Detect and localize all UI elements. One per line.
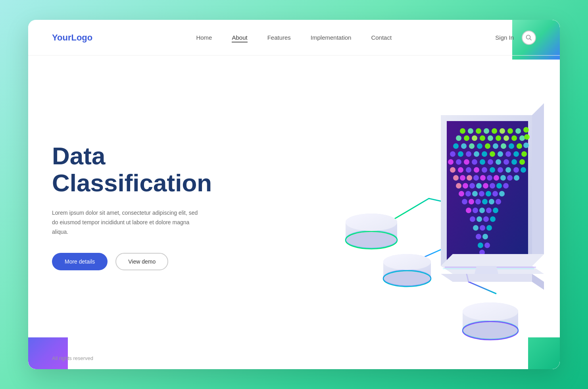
- nav-item-implementation[interactable]: Implementation: [311, 34, 352, 41]
- svg-point-43: [490, 151, 495, 157]
- view-demo-button[interactable]: View demo: [115, 253, 168, 270]
- svg-point-10: [468, 128, 473, 134]
- svg-point-33: [493, 143, 498, 149]
- svg-point-89: [479, 191, 484, 196]
- svg-point-58: [450, 167, 455, 173]
- svg-point-44: [498, 151, 503, 157]
- svg-point-110: [486, 225, 492, 231]
- footer-text: All rights reserved: [52, 355, 93, 361]
- svg-marker-117: [441, 254, 544, 266]
- svg-point-79: [463, 183, 468, 189]
- svg-point-53: [488, 159, 493, 165]
- svg-point-63: [490, 167, 495, 173]
- svg-point-91: [492, 191, 498, 196]
- svg-point-54: [496, 159, 501, 165]
- svg-point-50: [464, 159, 469, 165]
- svg-point-107: [490, 216, 496, 222]
- nav-item-features[interactable]: Features: [267, 34, 291, 41]
- svg-point-38: [450, 151, 455, 157]
- logo: YourLogo: [52, 33, 92, 43]
- svg-point-46: [513, 151, 519, 157]
- svg-point-12: [484, 128, 489, 134]
- svg-point-66: [513, 167, 519, 173]
- hero-buttons: More details View demo: [52, 253, 212, 270]
- svg-point-86: [459, 191, 464, 196]
- nav-item-about[interactable]: About: [232, 34, 247, 41]
- more-details-button[interactable]: More details: [52, 253, 108, 270]
- svg-point-112: [482, 234, 488, 239]
- svg-point-17: [523, 127, 529, 133]
- svg-point-39: [458, 151, 463, 157]
- svg-point-20: [472, 135, 477, 141]
- svg-point-26: [519, 135, 525, 141]
- svg-point-60: [466, 167, 471, 173]
- nav-link-about[interactable]: About: [232, 34, 247, 42]
- svg-point-49: [456, 159, 461, 165]
- hero-description: Lorem ipsum dolor sit amet, consectetur …: [52, 208, 203, 237]
- svg-point-108: [473, 225, 478, 231]
- svg-point-55: [503, 159, 509, 165]
- svg-point-47: [521, 151, 527, 157]
- svg-point-64: [498, 167, 503, 173]
- svg-marker-3: [532, 274, 544, 290]
- svg-point-81: [476, 183, 482, 189]
- svg-point-104: [470, 216, 475, 222]
- svg-point-34: [501, 143, 506, 149]
- svg-point-92: [499, 191, 505, 196]
- nav-link-implementation[interactable]: Implementation: [311, 34, 352, 41]
- svg-point-67: [521, 167, 526, 173]
- svg-point-88: [472, 191, 478, 196]
- svg-point-76: [507, 175, 513, 181]
- svg-point-41: [474, 151, 479, 157]
- corner-decoration-bottom-left: [28, 337, 68, 369]
- svg-point-111: [476, 234, 481, 239]
- search-button[interactable]: [522, 31, 536, 45]
- svg-point-36: [517, 143, 522, 149]
- nav-item-contact[interactable]: Contact: [371, 34, 392, 41]
- svg-point-23: [496, 135, 501, 141]
- svg-marker-2: [441, 274, 544, 282]
- svg-point-31: [477, 143, 482, 149]
- svg-point-62: [482, 167, 487, 173]
- svg-point-68: [453, 175, 459, 181]
- svg-point-45: [505, 151, 511, 157]
- nav-links: Home About Features Implementation Conta…: [196, 34, 392, 41]
- svg-point-130: [383, 254, 431, 270]
- svg-point-72: [480, 175, 486, 181]
- isometric-svg: [274, 64, 560, 349]
- nav-item-home[interactable]: Home: [196, 34, 212, 41]
- svg-point-29: [461, 143, 467, 149]
- svg-point-83: [490, 183, 495, 189]
- svg-point-69: [460, 175, 465, 181]
- svg-point-105: [477, 216, 482, 222]
- svg-point-71: [473, 175, 479, 181]
- svg-point-28: [453, 143, 459, 149]
- nav-link-features[interactable]: Features: [267, 34, 291, 41]
- svg-point-57: [519, 159, 525, 165]
- svg-point-37: [523, 143, 529, 148]
- svg-point-18: [456, 135, 461, 141]
- svg-point-136: [463, 302, 518, 321]
- hero-illustration: [274, 64, 560, 349]
- svg-point-80: [469, 183, 475, 189]
- svg-point-48: [448, 159, 453, 165]
- corner-decoration-bottom-right: [528, 337, 560, 369]
- nav-link-home[interactable]: Home: [196, 34, 212, 41]
- svg-point-21: [480, 135, 485, 141]
- svg-point-95: [475, 199, 481, 204]
- svg-point-97: [489, 199, 494, 204]
- svg-point-56: [511, 159, 517, 165]
- search-icon: [526, 35, 532, 41]
- svg-point-35: [509, 143, 514, 149]
- svg-point-19: [464, 135, 469, 141]
- svg-point-42: [482, 151, 487, 157]
- nav-link-contact[interactable]: Contact: [371, 34, 392, 41]
- svg-line-1: [530, 39, 532, 40]
- hero-section: Data Classification Lorem ipsum dolor si…: [28, 56, 560, 345]
- svg-point-103: [493, 208, 498, 213]
- svg-point-22: [488, 135, 493, 141]
- sign-in-link[interactable]: Sign In: [495, 34, 514, 41]
- svg-point-30: [469, 143, 475, 149]
- hero-title: Data Classification: [52, 143, 212, 196]
- svg-point-32: [485, 143, 490, 149]
